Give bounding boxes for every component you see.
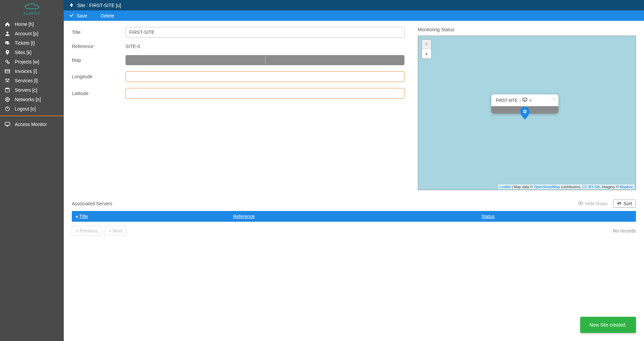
popup-sep: | [519,98,521,103]
sidebar-item-sliders[interactable]: Services [l] [0,76,64,85]
map-attribution: Leaflet | Map data © OpenStreetMap contr… [498,184,634,189]
chevron-right-icon [109,229,111,232]
pin-icon [5,50,10,55]
toast-message: New Site created. [590,322,627,328]
svg-point-7 [8,79,9,80]
sliders-icon [5,78,10,83]
svg-rect-13 [6,126,8,126]
cloud-icon [24,3,40,11]
sidebar-item-label: Sites [k] [15,50,32,55]
sidebar-item-globe[interactable]: Networks [n] [0,95,64,104]
home-icon [5,22,10,27]
title-input[interactable] [126,27,404,38]
svg-point-0 [6,32,8,34]
sidebar-item-home[interactable]: Home [h] [0,19,64,29]
sort-button[interactable]: Sort [613,200,636,208]
sidebar-item-comments[interactable]: Tickets [t] [0,38,64,48]
reference-label: Reference [72,44,126,49]
up-arrow-icon[interactable] [69,2,74,8]
sidebar-item-label: Invoices [i] [15,69,37,74]
sidebar-item-label: Account [p] [15,31,38,36]
globe-icon [5,97,10,102]
no-records: No records [613,228,636,233]
associated-servers-title: Associated Servers [72,201,112,206]
brand-text: SLAPOS [23,11,40,15]
sidebar-item-label: Services [l] [15,78,38,83]
save-button[interactable]: Save [69,13,87,18]
sidebar-item-label: Logout [o] [15,106,36,112]
previous-button[interactable]: Previous [72,226,102,236]
servers-table: Title Reference Status [72,211,636,222]
monitoring-label: Monitoring Status [418,27,636,32]
svg-point-17 [524,111,526,112]
latitude-input[interactable] [126,88,404,99]
title-label: Title [72,30,126,35]
close-icon[interactable]: × [553,96,555,102]
page-title: Site : FIRST-SITE [u] [77,3,121,8]
longitude-input[interactable] [126,71,404,82]
map-progress [126,55,404,65]
save-label: Save [77,13,87,18]
comments-icon [5,40,10,46]
svg-rect-5 [5,71,10,71]
map[interactable]: + - FIRST-SITE | > [418,36,636,190]
actionbar: Save Delete [64,10,644,21]
sidebar-item-label: Networks [n] [15,97,41,102]
svg-point-18 [580,203,581,204]
hide-rows-button[interactable]: Hide Rows [578,201,608,206]
popup-arrow: > [529,98,532,103]
sidebar-item-access-monitor[interactable]: Access Monitor [0,120,64,129]
next-button[interactable]: Next [105,226,127,236]
sidebar-item-label: Access Monitor [15,122,47,127]
reference-value: SITE-0 [126,44,140,49]
svg-rect-12 [5,122,10,125]
user-icon [5,31,10,36]
screen-icon [523,98,527,103]
sidebar-item-db[interactable]: Servers [c] [0,85,64,95]
db-icon [5,87,10,93]
check-icon [69,13,74,18]
sort-icon [617,201,622,206]
svg-point-9 [5,88,9,89]
svg-point-8 [7,81,8,82]
pager: Previous Next No records [72,226,636,236]
sidebar-item-label: Servers [c] [15,87,37,93]
monitor-icon [5,122,10,127]
col-title[interactable]: Title [72,211,230,222]
power-icon [5,106,10,112]
col-reference[interactable]: Reference [230,211,478,222]
monitoring-column: Monitoring Status + - FIRST-SITE | [418,27,636,190]
sidebar-item-pin[interactable]: Sites [k] [0,48,64,57]
sidebar-item-user[interactable]: Account [p] [0,29,64,38]
col-status[interactable]: Status [478,211,636,222]
brand-logo: SLAPOS [0,0,64,19]
sidebar-item-label: Home [h] [15,22,34,27]
popup-title: FIRST-SITE [496,98,518,103]
toast: New Site created. [580,317,636,333]
svg-rect-15 [524,101,526,102]
associated-servers-header: Associated Servers Hide Rows Sort [72,200,636,208]
svg-point-3 [8,62,9,64]
latitude-label: Latitude [72,91,126,96]
zoom-out-button[interactable]: - [422,49,431,58]
mapbox-link[interactable]: Mapbox [620,185,633,189]
cc-link[interactable]: CC-BY-SA [582,185,600,189]
content: Title Reference SITE-0 Map [64,21,644,341]
osm-link[interactable]: OpenStreetMap [534,185,560,189]
zoom-in-button[interactable]: + [422,40,431,49]
sidebar-item-cogs[interactable]: Projects [w] [0,57,64,67]
titlebar: Site : FIRST-SITE [u] [64,0,644,10]
card-icon [5,69,10,74]
delete-button[interactable]: Delete [101,13,114,18]
sidebar-item-label: Tickets [t] [15,40,35,46]
map-marker[interactable] [520,107,530,121]
sidebar-item-card[interactable]: Invoices [i] [0,67,64,76]
svg-point-6 [5,79,7,80]
svg-point-2 [6,60,8,62]
sidebar-item-power[interactable]: Logout [o] [0,104,64,114]
leaflet-link[interactable]: Leaflet [500,185,511,189]
zoom-control: + - [422,39,432,59]
sidebar: SLAPOS Home [h]Account [p]Tickets [t]Sit… [0,0,64,341]
svg-point-1 [7,51,8,52]
map-label: Map [72,57,126,63]
